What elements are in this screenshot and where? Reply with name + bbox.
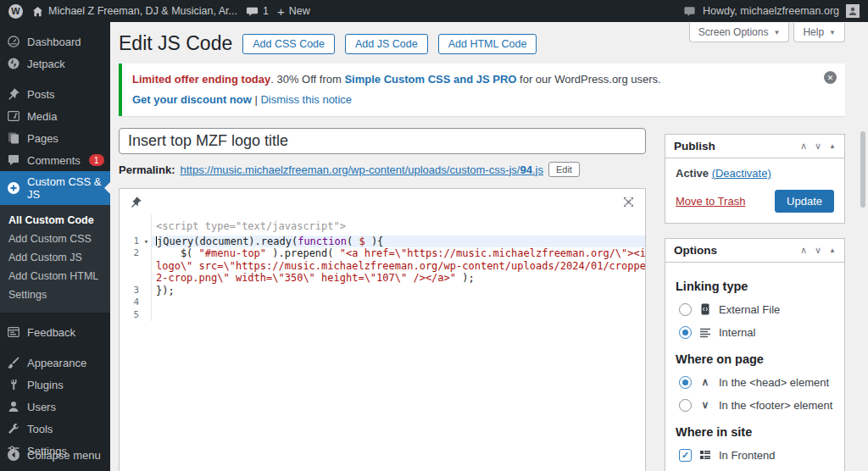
sidebar-item-jetpack[interactable]: Jetpack	[0, 53, 110, 75]
sidebar-item-label: Custom CSS & JS	[27, 175, 103, 201]
fullscreen-icon[interactable]	[622, 196, 635, 208]
code-area[interactable]: <script type="text/javascript"> 1▾ jQuer…	[120, 214, 645, 321]
chevron-up-icon: ∧	[698, 375, 712, 389]
code-line: 2 $( "#menu-top" ).prepend( "<a href=\"h…	[120, 247, 645, 260]
sidebar-item-users[interactable]: Users	[0, 396, 110, 418]
sidebar-item-posts[interactable]: Posts	[0, 83, 110, 105]
radio-footer[interactable]	[679, 399, 692, 412]
deactivate-link[interactable]: (Deactivate)	[712, 167, 771, 180]
panel-toggle-icon[interactable]: ▲	[829, 142, 836, 150]
dismiss-x-icon[interactable]: ✕	[824, 71, 837, 84]
sidebar-item-label: Jetpack	[27, 58, 65, 70]
separator: |	[252, 93, 261, 106]
chevron-down-icon: ▼	[829, 29, 836, 36]
permalink-url[interactable]: https://music.michaelzfreeman.org/wp-con…	[180, 163, 542, 176]
admin-bar-new[interactable]: + New	[277, 5, 310, 18]
submenu-settings[interactable]: Settings	[0, 285, 110, 304]
add-css-code-button[interactable]: Add CSS Code	[242, 34, 335, 54]
panel-toggle-icon[interactable]: ▲	[829, 247, 836, 254]
move-down-icon[interactable]: ∨	[815, 245, 821, 256]
where-head-option[interactable]: ∧ In the <head> element	[679, 375, 834, 389]
discount-link[interactable]: Get your discount now	[132, 93, 252, 106]
sidebar-item-plugins[interactable]: Plugins	[0, 374, 110, 396]
linking-type-external-option[interactable]: External File	[679, 302, 834, 316]
move-up-icon[interactable]: ∧	[800, 141, 807, 152]
vertical-scrollbar[interactable]	[860, 131, 865, 208]
option-label: External File	[719, 303, 780, 316]
frontend-option[interactable]: ✓ In Frontend	[679, 448, 834, 462]
where-footer-option[interactable]: ∨ In the <footer> element	[679, 398, 834, 412]
radio-internal[interactable]	[679, 326, 692, 339]
line-number: 2	[120, 247, 142, 260]
help-button[interactable]: Help ▼	[793, 23, 845, 42]
line-number: 1	[120, 236, 142, 248]
submenu-add-custom-html[interactable]: Add Custom HTML	[0, 267, 110, 285]
sidebar-item-feedback[interactable]: Feedback	[0, 321, 110, 343]
pro-plugin-link[interactable]: Simple Custom CSS and JS PRO	[344, 73, 516, 86]
radio-external-file[interactable]	[679, 303, 692, 316]
sidebar-item-label: Posts	[27, 88, 55, 101]
sidebar-item-tools[interactable]: Tools	[0, 418, 110, 440]
avatar[interactable]	[846, 4, 860, 18]
comments-count: 1	[263, 5, 269, 17]
plus-circle-icon	[7, 181, 20, 195]
sidebar-item-label: Appearance	[27, 357, 86, 369]
sidebar-item-label: Comments	[27, 154, 81, 167]
code-line: <script type="text/javascript">	[120, 214, 645, 236]
screen-options-button[interactable]: Screen Options ▼	[689, 23, 790, 42]
code-line: 1▾ jQuery(document).ready(function( $ ){	[120, 236, 645, 248]
new-label: New	[289, 5, 310, 17]
howdy-label[interactable]: Howdy, michaelzfreeman.org	[703, 5, 839, 17]
wordpress-logo-icon[interactable]: W	[8, 4, 23, 19]
content-area: Screen Options ▼ Help ▼ Edit JS Code Add…	[110, 22, 868, 471]
submenu-add-custom-js[interactable]: Add Custom JS	[0, 248, 110, 267]
wrench-icon	[7, 422, 20, 435]
notice-text: . 30% Off from	[270, 73, 344, 86]
code-line: 4	[120, 296, 645, 309]
pages-icon	[7, 131, 20, 145]
admin-bar-comments[interactable]: 1	[246, 5, 269, 18]
where-in-site-heading: Where in site	[676, 425, 834, 439]
admin-bar-site-link[interactable]: Michael Z Freeman, DJ & Musician, Ar...	[31, 5, 237, 18]
chevron-down-icon: ▼	[773, 29, 780, 36]
linking-type-heading: Linking type	[676, 280, 834, 293]
checkbox-frontend[interactable]: ✓	[679, 449, 692, 462]
move-down-icon[interactable]: ∨	[815, 141, 821, 152]
pin-editor-icon[interactable]	[130, 196, 142, 208]
collapse-menu-button[interactable]: Collapse menu	[0, 444, 110, 466]
chevron-down-icon: ∨	[698, 398, 712, 412]
linking-type-internal-option[interactable]: Internal	[679, 325, 834, 339]
submenu-all-custom-code[interactable]: All Custom Code	[0, 211, 110, 230]
notice-text: for our WordPress.org users.	[516, 73, 660, 86]
sidebar-item-appearance[interactable]: Appearance	[0, 352, 110, 374]
code-title-input[interactable]	[119, 128, 646, 154]
permalink-label: Permalink:	[119, 163, 175, 176]
fold-arrow-icon[interactable]: ▾	[142, 236, 151, 248]
comments-icon	[7, 153, 20, 167]
sidebar-item-dashboard[interactable]: Dashboard	[0, 30, 110, 53]
line-number: 3	[120, 285, 142, 297]
sidebar-item-comments[interactable]: Comments 1	[0, 149, 110, 171]
dismiss-notice-link[interactable]: Dismiss this notice	[260, 93, 352, 106]
radio-head[interactable]	[679, 376, 692, 389]
move-up-icon[interactable]: ∧	[800, 245, 807, 256]
sidebar-item-custom-css-js[interactable]: Custom CSS & JS	[0, 171, 110, 205]
sidebar-item-media[interactable]: Media	[0, 105, 110, 127]
options-panel-title: Options	[674, 244, 717, 257]
submenu-add-custom-css[interactable]: Add Custom CSS	[0, 230, 110, 248]
paintbrush-icon	[7, 356, 20, 369]
options-panel: Options ∧ ∨ ▲ Linking type External F	[665, 238, 845, 471]
jetpack-icon	[7, 57, 20, 70]
code-line: 2-crop.png\" width=\"350\" height=\"107\…	[120, 272, 645, 285]
sidebar-item-label: Feedback	[27, 326, 75, 339]
code-editor: <script type="text/javascript"> 1▾ jQuer…	[119, 188, 646, 471]
sidebar-item-pages[interactable]: Pages	[0, 127, 110, 149]
media-icon	[7, 109, 20, 123]
speech-bubble-icon[interactable]	[683, 5, 696, 18]
update-button[interactable]: Update	[775, 190, 834, 213]
add-html-code-button[interactable]: Add HTML Code	[438, 34, 537, 54]
sidebar-item-label: Users	[27, 401, 56, 413]
move-to-trash-link[interactable]: Move to Trash	[676, 195, 745, 208]
add-js-code-button[interactable]: Add JS Code	[345, 34, 428, 54]
edit-permalink-button[interactable]: Edit	[548, 162, 580, 177]
